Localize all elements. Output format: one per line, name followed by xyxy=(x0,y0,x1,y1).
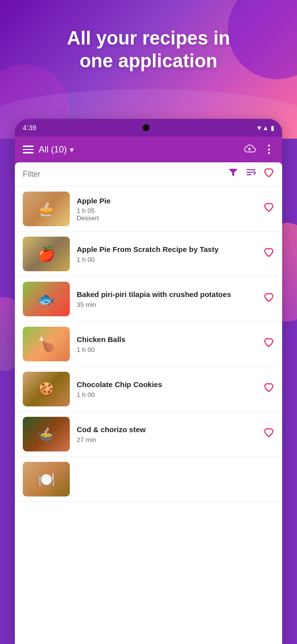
top-bar-actions: ⋮ xyxy=(243,143,274,156)
recipe-item[interactable]: 🥧Apple Pie1 h 05Dessert xyxy=(15,187,282,232)
hero-title: All your recipes in one application xyxy=(0,27,297,72)
recipe-item[interactable]: 🐟Baked piri-piri tilapia with crushed po… xyxy=(15,277,282,322)
top-bar-title-section[interactable]: All (10) ▾ xyxy=(39,145,238,155)
camera-dot xyxy=(143,124,149,131)
recipe-favorite-button[interactable] xyxy=(263,337,274,351)
recipe-thumbnail: 🍲 xyxy=(23,417,70,451)
recipe-thumbnail: 🍽️ xyxy=(23,462,70,496)
content-area: 🥧Apple Pie1 h 05Dessert 🍎Apple Pie From … xyxy=(15,162,282,644)
recipe-info: Cod & chorizo stew27 min xyxy=(77,425,256,444)
recipe-favorite-button[interactable] xyxy=(263,202,274,216)
recipe-favorite-button[interactable] xyxy=(263,247,274,261)
recipe-time: 1 h 00 xyxy=(77,256,256,263)
recipe-name: Chocolate Chip Cookies xyxy=(77,380,256,390)
recipe-time: 1 h 00 xyxy=(77,391,256,398)
recipe-name: Apple Pie xyxy=(77,196,256,206)
hero-section: All your recipes in one application xyxy=(0,27,297,72)
recipe-info: Baked piri-piri tilapia with crushed pot… xyxy=(77,290,256,308)
recipe-category: Dessert xyxy=(77,214,256,222)
recipe-name: Baked piri-piri tilapia with crushed pot… xyxy=(77,290,256,299)
recipe-item[interactable]: 🍎Apple Pie From Scratch Recipe by Tasty1… xyxy=(15,232,282,277)
cloud-upload-icon[interactable] xyxy=(243,143,256,156)
favorites-filter-icon[interactable] xyxy=(263,167,274,181)
recipe-info: Apple Pie From Scratch Recipe by Tasty1 … xyxy=(77,245,256,263)
recipe-name: Cod & chorizo stew xyxy=(77,425,256,435)
recipe-name: Chicken Balls xyxy=(77,335,256,345)
recipe-info: Apple Pie1 h 05Dessert xyxy=(77,196,256,222)
recipe-time: 35 min xyxy=(77,301,256,308)
recipe-time: 1 h 00 xyxy=(77,346,256,353)
more-options-icon[interactable]: ⋮ xyxy=(263,143,274,156)
filter-action-icons xyxy=(228,167,274,181)
dropdown-arrow-icon: ▾ xyxy=(70,145,74,154)
hamburger-line-2 xyxy=(23,149,34,150)
recipe-info: Chicken Balls1 h 00 xyxy=(77,335,256,353)
funnel-filter-icon[interactable] xyxy=(228,167,239,181)
recipe-item[interactable]: 🍗Chicken Balls1 h 00 xyxy=(15,322,282,367)
recipe-favorite-button[interactable] xyxy=(263,427,274,441)
recipe-item[interactable]: 🍲Cod & chorizo stew27 min xyxy=(15,412,282,457)
recipe-favorite-button[interactable] xyxy=(263,292,274,306)
recipe-time: 1 h 05 xyxy=(77,207,256,214)
recipe-thumbnail: 🥧 xyxy=(23,192,70,226)
recipe-favorite-button[interactable] xyxy=(263,382,274,396)
filter-input[interactable] xyxy=(23,170,222,179)
battery-icon: ▮ xyxy=(271,124,274,132)
hamburger-menu-button[interactable] xyxy=(23,146,34,153)
top-bar-title-text: All (10) xyxy=(39,145,67,155)
recipe-info: Chocolate Chip Cookies1 h 00 xyxy=(77,380,256,398)
status-bar: 4:39 ▼▲ ▮ xyxy=(15,119,282,137)
recipe-thumbnail: 🍗 xyxy=(23,327,70,361)
recipe-list: 🥧Apple Pie1 h 05Dessert 🍎Apple Pie From … xyxy=(15,187,282,643)
status-time: 4:39 xyxy=(23,124,36,132)
hamburger-line-1 xyxy=(23,146,34,147)
sort-icon[interactable] xyxy=(246,167,256,181)
recipe-time: 27 min xyxy=(77,436,256,444)
recipe-item[interactable]: 🍪Chocolate Chip Cookies1 h 00 xyxy=(15,367,282,412)
recipe-item[interactable]: 🍽️ xyxy=(15,457,282,502)
recipe-thumbnail: 🐟 xyxy=(23,282,70,316)
top-bar: All (10) ▾ ⋮ xyxy=(15,137,282,162)
wifi-icon: ▼▲ xyxy=(256,124,269,132)
status-icons: ▼▲ ▮ xyxy=(256,124,274,132)
hamburger-line-3 xyxy=(23,152,34,153)
filter-bar xyxy=(15,162,282,187)
recipe-name: Apple Pie From Scratch Recipe by Tasty xyxy=(77,245,256,254)
recipe-thumbnail: 🍎 xyxy=(23,237,70,271)
recipe-thumbnail: 🍪 xyxy=(23,372,70,406)
phone-frame: 4:39 ▼▲ ▮ All (10) ▾ ⋮ xyxy=(15,119,282,644)
